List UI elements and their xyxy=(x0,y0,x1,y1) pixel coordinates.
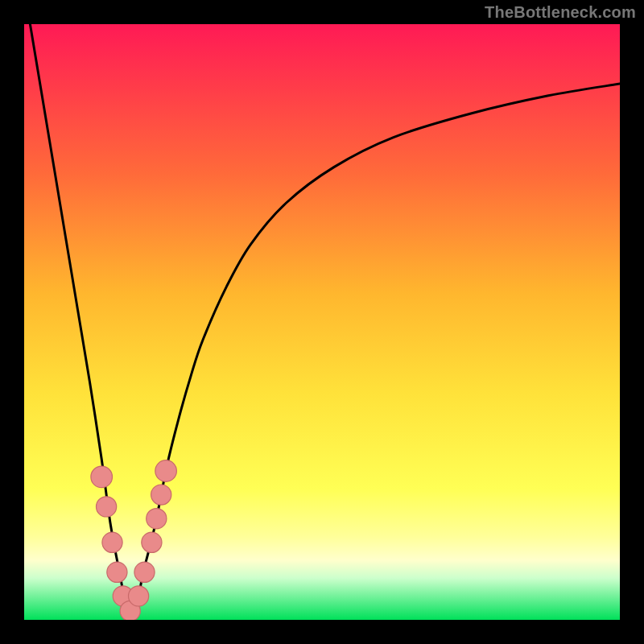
marker-dot xyxy=(155,460,177,482)
watermark-text: TheBottleneck.com xyxy=(485,3,636,22)
curve-svg xyxy=(24,24,620,620)
marker-dot xyxy=(91,466,113,488)
marker-dot xyxy=(147,509,167,529)
marker-dot xyxy=(102,532,122,552)
marker-dot xyxy=(97,497,117,517)
marker-dot xyxy=(134,562,155,582)
chart-frame: TheBottleneck.com xyxy=(0,0,644,644)
marker-dot xyxy=(151,485,171,505)
marker-dot xyxy=(107,562,127,582)
bottleneck-curve xyxy=(30,24,620,614)
plot-area xyxy=(24,24,620,620)
marker-dot xyxy=(129,586,149,606)
marker-dot xyxy=(142,532,162,552)
